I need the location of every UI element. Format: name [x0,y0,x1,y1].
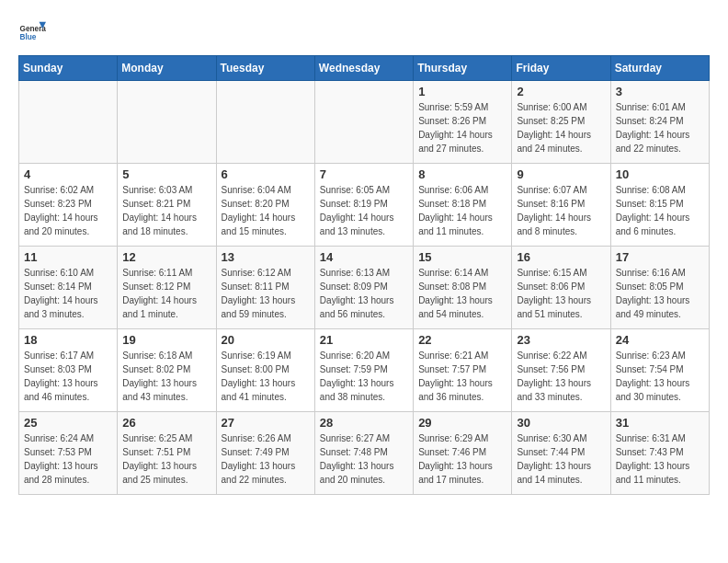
day-number: 6 [222,167,310,181]
calendar-cell: 11Sunrise: 6:10 AM Sunset: 8:14 PM Dayli… [19,247,118,329]
calendar-cell: 13Sunrise: 6:12 AM Sunset: 8:11 PM Dayli… [216,247,314,329]
calendar-cell: 14Sunrise: 6:13 AM Sunset: 8:09 PM Dayli… [314,247,413,329]
day-number: 9 [517,167,605,181]
calendar-cell: 9Sunrise: 6:07 AM Sunset: 8:16 PM Daylig… [512,164,610,247]
calendar-cell: 7Sunrise: 6:05 AM Sunset: 8:19 PM Daylig… [314,164,413,247]
day-number: 10 [616,167,704,181]
calendar-table: SundayMondayTuesdayWednesdayThursdayFrid… [18,55,710,495]
day-info: Sunrise: 6:29 AM Sunset: 7:46 PM Dayligh… [418,431,506,487]
day-number: 25 [24,416,112,430]
calendar-cell: 26Sunrise: 6:25 AM Sunset: 7:51 PM Dayli… [118,412,216,495]
day-info: Sunrise: 6:16 AM Sunset: 8:05 PM Dayligh… [616,266,704,321]
day-number: 16 [517,250,605,264]
day-info: Sunrise: 6:14 AM Sunset: 8:08 PM Dayligh… [418,266,506,321]
day-info: Sunrise: 6:19 AM Sunset: 8:00 PM Dayligh… [222,349,310,404]
day-number: 3 [616,85,704,98]
day-info: Sunrise: 6:18 AM Sunset: 8:02 PM Dayligh… [122,349,210,404]
day-of-week-header: Saturday [610,56,709,81]
calendar-cell: 21Sunrise: 6:20 AM Sunset: 7:59 PM Dayli… [314,329,413,412]
day-number: 27 [222,416,310,430]
calendar-cell: 20Sunrise: 6:19 AM Sunset: 8:00 PM Dayli… [216,329,314,412]
calendar-cell [314,81,413,164]
svg-text:Blue: Blue [20,33,37,41]
calendar-cell: 23Sunrise: 6:22 AM Sunset: 7:56 PM Dayli… [512,329,610,412]
day-number: 7 [320,167,408,181]
day-info: Sunrise: 6:26 AM Sunset: 7:49 PM Dayligh… [222,431,310,487]
day-info: Sunrise: 6:22 AM Sunset: 7:56 PM Dayligh… [517,349,605,404]
day-of-week-header: Tuesday [216,56,314,81]
day-number: 5 [122,167,210,181]
calendar-cell: 6Sunrise: 6:04 AM Sunset: 8:20 PM Daylig… [216,164,314,247]
day-number: 20 [222,333,310,347]
calendar-cell: 16Sunrise: 6:15 AM Sunset: 8:06 PM Dayli… [512,247,610,329]
day-number: 17 [616,250,704,264]
day-number: 12 [122,250,210,264]
day-info: Sunrise: 6:05 AM Sunset: 8:19 PM Dayligh… [320,183,408,238]
calendar-cell: 4Sunrise: 6:02 AM Sunset: 8:23 PM Daylig… [19,164,118,247]
day-info: Sunrise: 6:08 AM Sunset: 8:15 PM Dayligh… [616,183,704,238]
day-info: Sunrise: 6:02 AM Sunset: 8:23 PM Dayligh… [24,183,112,238]
day-info: Sunrise: 6:01 AM Sunset: 8:24 PM Dayligh… [616,100,704,155]
calendar-cell: 24Sunrise: 6:23 AM Sunset: 7:54 PM Dayli… [610,329,709,412]
day-info: Sunrise: 6:00 AM Sunset: 8:25 PM Dayligh… [517,100,605,155]
calendar-week-row: 25Sunrise: 6:24 AM Sunset: 7:53 PM Dayli… [19,412,710,495]
calendar-cell: 8Sunrise: 6:06 AM Sunset: 8:18 PM Daylig… [414,164,512,247]
day-number: 2 [517,85,605,98]
day-number: 31 [616,416,704,430]
calendar-cell: 5Sunrise: 6:03 AM Sunset: 8:21 PM Daylig… [118,164,216,247]
day-info: Sunrise: 6:03 AM Sunset: 8:21 PM Dayligh… [122,183,210,238]
day-info: Sunrise: 6:21 AM Sunset: 7:57 PM Dayligh… [418,349,506,404]
day-info: Sunrise: 6:27 AM Sunset: 7:48 PM Dayligh… [320,431,408,487]
calendar-cell: 22Sunrise: 6:21 AM Sunset: 7:57 PM Dayli… [414,329,512,412]
day-number: 23 [517,333,605,347]
day-info: Sunrise: 6:31 AM Sunset: 7:43 PM Dayligh… [616,431,704,487]
day-info: Sunrise: 6:12 AM Sunset: 8:11 PM Dayligh… [222,266,310,321]
day-number: 15 [418,250,506,264]
calendar-cell: 18Sunrise: 6:17 AM Sunset: 8:03 PM Dayli… [19,329,118,412]
day-info: Sunrise: 6:24 AM Sunset: 7:53 PM Dayligh… [24,431,112,487]
logo: General Blue [18,18,46,46]
day-info: Sunrise: 6:11 AM Sunset: 8:12 PM Dayligh… [122,266,210,321]
day-of-week-header: Sunday [19,56,118,81]
calendar-cell: 1Sunrise: 5:59 AM Sunset: 8:26 PM Daylig… [414,81,512,164]
calendar-cell: 28Sunrise: 6:27 AM Sunset: 7:48 PM Dayli… [314,412,413,495]
calendar-cell: 3Sunrise: 6:01 AM Sunset: 8:24 PM Daylig… [610,81,709,164]
day-number: 21 [320,333,408,347]
day-number: 30 [517,416,605,430]
day-info: Sunrise: 6:23 AM Sunset: 7:54 PM Dayligh… [616,349,704,404]
day-info: Sunrise: 6:07 AM Sunset: 8:16 PM Dayligh… [517,183,605,238]
day-number: 8 [418,167,506,181]
calendar-cell [118,81,216,164]
calendar-cell: 10Sunrise: 6:08 AM Sunset: 8:15 PM Dayli… [610,164,709,247]
day-info: Sunrise: 6:10 AM Sunset: 8:14 PM Dayligh… [24,266,112,321]
day-number: 13 [222,250,310,264]
calendar-cell: 27Sunrise: 6:26 AM Sunset: 7:49 PM Dayli… [216,412,314,495]
day-number: 28 [320,416,408,430]
day-info: Sunrise: 6:13 AM Sunset: 8:09 PM Dayligh… [320,266,408,321]
day-info: Sunrise: 6:25 AM Sunset: 7:51 PM Dayligh… [122,431,210,487]
day-number: 24 [616,333,704,347]
day-info: Sunrise: 6:15 AM Sunset: 8:06 PM Dayligh… [517,266,605,321]
day-number: 11 [24,250,112,264]
day-number: 4 [24,167,112,181]
calendar-cell: 15Sunrise: 6:14 AM Sunset: 8:08 PM Dayli… [414,247,512,329]
day-of-week-header: Thursday [414,56,512,81]
day-info: Sunrise: 5:59 AM Sunset: 8:26 PM Dayligh… [418,100,506,155]
calendar-cell: 12Sunrise: 6:11 AM Sunset: 8:12 PM Dayli… [118,247,216,329]
logo-icon: General Blue [18,18,46,46]
day-of-week-header: Wednesday [314,56,413,81]
calendar-cell: 2Sunrise: 6:00 AM Sunset: 8:25 PM Daylig… [512,81,610,164]
day-of-week-header: Monday [118,56,216,81]
calendar-cell: 19Sunrise: 6:18 AM Sunset: 8:02 PM Dayli… [118,329,216,412]
calendar-cell: 25Sunrise: 6:24 AM Sunset: 7:53 PM Dayli… [19,412,118,495]
calendar-week-row: 18Sunrise: 6:17 AM Sunset: 8:03 PM Dayli… [19,329,710,412]
day-info: Sunrise: 6:04 AM Sunset: 8:20 PM Dayligh… [222,183,310,238]
day-number: 14 [320,250,408,264]
calendar-week-row: 11Sunrise: 6:10 AM Sunset: 8:14 PM Dayli… [19,247,710,329]
calendar-cell: 29Sunrise: 6:29 AM Sunset: 7:46 PM Dayli… [414,412,512,495]
header: General Blue [18,18,710,46]
calendar-week-row: 4Sunrise: 6:02 AM Sunset: 8:23 PM Daylig… [19,164,710,247]
day-info: Sunrise: 6:06 AM Sunset: 8:18 PM Dayligh… [418,183,506,238]
calendar-cell [216,81,314,164]
day-info: Sunrise: 6:20 AM Sunset: 7:59 PM Dayligh… [320,349,408,404]
